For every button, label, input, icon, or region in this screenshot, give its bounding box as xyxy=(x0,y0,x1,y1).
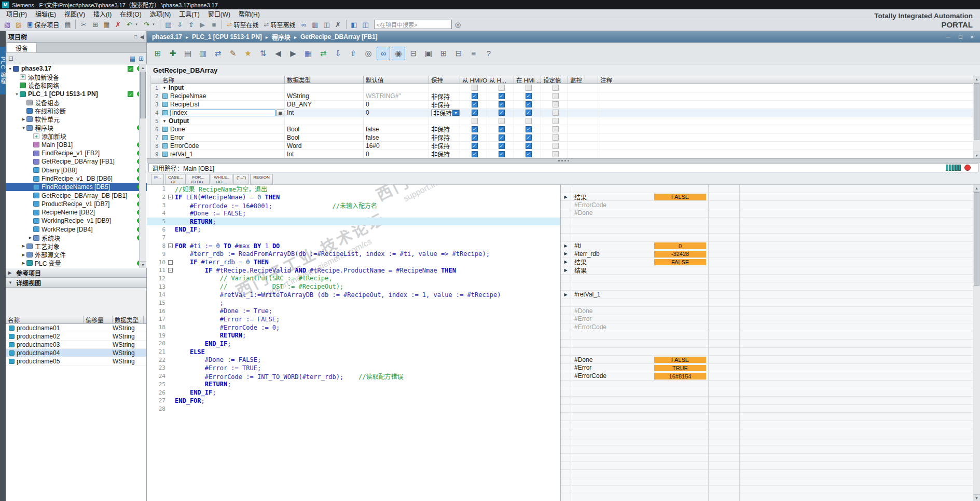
scroll-thumb[interactable] xyxy=(140,72,146,118)
datatype-cell[interactable]: DB_ANY xyxy=(285,101,364,109)
tree-item-7[interactable]: ▼程序块 xyxy=(6,124,147,132)
expander-closed-icon[interactable]: ▶ xyxy=(21,244,26,248)
interface-row[interactable]: 4index▦Int0非保持▼✓✓✓ xyxy=(151,109,973,117)
goto-next-icon[interactable]: ▶ xyxy=(286,47,300,60)
upload-block-icon[interactable]: ⇧ xyxy=(347,47,360,60)
interface-col-4[interactable]: 从 HMI/OPC... xyxy=(460,76,487,84)
paste-icon[interactable]: ▦ xyxy=(101,19,112,30)
tree-item-20[interactable]: ▶系统块 xyxy=(6,234,147,242)
menu-item-4[interactable]: 在线(O) xyxy=(116,9,145,18)
detail-row[interactable]: productname01WString xyxy=(6,324,146,332)
supervision-cell[interactable] xyxy=(568,84,598,92)
default-value-cell[interactable]: WSTRING#'' xyxy=(364,92,429,100)
supervision-cell[interactable] xyxy=(568,150,598,158)
tree-item-12[interactable]: Dbany [DB8] xyxy=(6,166,147,174)
datatype-cell[interactable] xyxy=(285,84,364,92)
hmi-access-cell[interactable] xyxy=(487,84,514,92)
name-cell[interactable]: index▦ xyxy=(160,109,285,117)
hmi-access-cell[interactable]: ✓ xyxy=(460,150,487,158)
setpoint-cell[interactable] xyxy=(541,125,568,133)
fold-box[interactable]: - xyxy=(168,260,173,265)
default-value-cell[interactable]: 16#0 xyxy=(364,142,429,150)
datatype-cell[interactable]: WString xyxy=(285,92,364,100)
hmi-access-cell[interactable] xyxy=(514,117,541,125)
restore-button[interactable]: □ xyxy=(959,34,962,40)
expander-closed-icon[interactable]: ▶ xyxy=(21,261,26,265)
interface-col-9[interactable]: 注释 xyxy=(598,76,973,84)
datatype-cell[interactable]: Word xyxy=(285,142,364,150)
browse-button[interactable]: ▦ xyxy=(277,110,284,116)
code-line[interactable]: 20 END_IF; xyxy=(147,340,560,348)
go-online-button[interactable]: ⇌转至在线 xyxy=(225,19,260,30)
default-value-cell[interactable]: 0 xyxy=(364,109,429,117)
supervision-cell[interactable] xyxy=(568,101,598,109)
checkbox-checked[interactable]: ✓ xyxy=(472,93,478,99)
name-cell[interactable]: ▼Output xyxy=(160,117,285,125)
tab-devices[interactable]: 设备 xyxy=(7,43,37,52)
setpoint-cell[interactable] xyxy=(541,84,568,92)
split-vertical-icon[interactable]: ◫ xyxy=(361,19,371,30)
insert-network-icon[interactable]: ⊞ xyxy=(151,47,164,60)
fold-marker-icon[interactable]: - xyxy=(165,268,175,273)
hmi-access-cell[interactable] xyxy=(514,84,541,92)
tree-item-17[interactable]: RecipeNeme [DB2] xyxy=(6,208,147,216)
interface-col-6[interactable]: 在 HMI ... xyxy=(514,76,541,84)
supervision-cell[interactable] xyxy=(568,109,598,117)
checkbox-checked[interactable]: ✓ xyxy=(526,110,532,116)
fold-box[interactable]: - xyxy=(168,243,173,248)
interface-col-7[interactable]: 设定值 xyxy=(541,76,568,84)
comment-cell[interactable] xyxy=(598,133,973,141)
expander-open-icon[interactable]: ▼ xyxy=(21,126,26,130)
save-project-button[interactable]: ▣保存项目 xyxy=(25,19,61,30)
comment-cell[interactable] xyxy=(598,84,973,92)
code-line[interactable]: 19 RETURN; xyxy=(147,331,560,340)
interface-row[interactable]: 8ErrorCodeWord16#0非保持✓✓✓ xyxy=(151,142,973,150)
tree-item-2[interactable]: 设备和网络 xyxy=(6,82,147,90)
setpoint-cell[interactable] xyxy=(541,142,568,150)
monitor-value[interactable]: -32428 xyxy=(654,251,706,258)
tree-item-9[interactable]: Main [OB1] xyxy=(6,141,147,149)
sync-online-icon[interactable]: ⇄ xyxy=(316,47,330,60)
goto-prev-icon[interactable]: ◀ xyxy=(271,47,285,60)
scl-code-editor[interactable]: 西门子工业 技术论坛 support.industry.siemens.com/… xyxy=(147,185,980,501)
code-line[interactable]: 11- IF #tRecipe.RecipeValid AND #tRecipe… xyxy=(147,266,560,275)
code-scrollbar[interactable]: ▲▼ xyxy=(973,185,980,501)
datatype-cell[interactable]: Int xyxy=(285,109,364,117)
interface-row[interactable]: 7ErrorBoolfalse非保持✓✓✓ xyxy=(151,133,973,142)
code-line[interactable]: 16 #Done := True; xyxy=(147,307,560,315)
hmi-access-cell[interactable]: ✓ xyxy=(487,109,514,117)
section-expander-icon[interactable]: ▼ xyxy=(162,86,169,90)
hmi-access-cell[interactable]: ✓ xyxy=(487,125,514,133)
code-line[interactable]: 8-FOR #ti := 0 TO #max BY 1 DO xyxy=(147,242,560,250)
monitor-value[interactable]: TRUE xyxy=(654,365,706,372)
copy-snapshot-icon[interactable]: ⊟ xyxy=(407,47,420,60)
retain-cell[interactable]: 非保持 xyxy=(429,101,460,109)
collapse-panel-icon[interactable]: ◀ xyxy=(140,34,144,39)
scroll-up-icon[interactable]: ▲ xyxy=(973,76,980,83)
default-value-cell[interactable] xyxy=(364,117,429,125)
name-cell[interactable]: ErrorCode xyxy=(160,142,285,150)
close-window-icon[interactable]: ✗ xyxy=(333,19,343,30)
horizontal-splitter[interactable] xyxy=(147,158,980,163)
datatype-cell[interactable]: Bool xyxy=(285,133,364,141)
code-line[interactable]: 2-IF LEN(#RecipeNmae) = 0 THEN xyxy=(147,193,560,201)
checkbox-checked[interactable]: ✓ xyxy=(526,143,532,149)
tree-item-3[interactable]: ▼PLC_1 [CPU 1513-1 PN]✓ xyxy=(6,90,147,98)
checkbox-checked[interactable]: ✓ xyxy=(499,101,505,107)
tree-item-11[interactable]: GetRecipe_DBArray [FB1] xyxy=(6,157,147,166)
delete-icon[interactable]: ✗ xyxy=(113,19,123,30)
undo-icon-dropdown[interactable]: ▾ xyxy=(135,22,140,26)
hmi-access-cell[interactable]: ✓ xyxy=(514,142,541,150)
copy-icon[interactable]: ⊞ xyxy=(90,19,100,30)
plc-programming-tab[interactable]: PLC 编程 xyxy=(0,47,6,94)
redo-icon-dropdown[interactable]: ▾ xyxy=(153,22,157,26)
setpoint-cell[interactable] xyxy=(541,133,568,141)
tree-columns-icon[interactable]: ▦ xyxy=(130,55,135,62)
fold-marker-icon[interactable]: - xyxy=(165,260,175,265)
setpoint-cell[interactable] xyxy=(541,92,568,100)
settings-icon[interactable]: ≡ xyxy=(467,47,480,60)
hmi-access-cell[interactable]: ✓ xyxy=(487,92,514,100)
name-cell[interactable]: RecipeNmae xyxy=(160,92,285,100)
compile-icon[interactable]: ▥ xyxy=(163,19,173,30)
breadcrumb-item-0[interactable]: phase3.17 xyxy=(152,33,182,40)
